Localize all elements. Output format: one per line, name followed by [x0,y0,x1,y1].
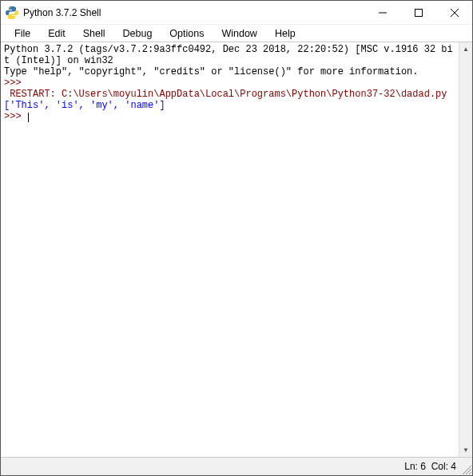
minimize-button[interactable] [364,1,400,24]
window-title: Python 3.7.2 Shell [23,7,364,18]
svg-line-6 [469,472,471,474]
maximize-button[interactable] [400,1,436,24]
shell-content[interactable]: Python 3.7.2 (tags/v3.7.2:9a3ffc0492, De… [1,42,459,457]
scroll-down-button[interactable]: ▼ [459,443,472,457]
menubar: File Edit Shell Debug Options Window Hel… [1,25,472,42]
prompt: >>> [4,111,27,122]
vertical-scrollbar[interactable]: ▲ ▼ [459,42,472,457]
menu-help[interactable]: Help [268,26,303,41]
content-wrap: Python 3.7.2 (tags/v3.7.2:9a3ffc0492, De… [1,42,472,458]
text-cursor [28,113,29,122]
banner-line: Type "help", "copyright", "credits" or "… [4,66,418,77]
close-button[interactable] [436,1,472,24]
menu-debug[interactable]: Debug [116,26,160,41]
python-icon [6,6,18,19]
output-line: ['This', 'is', 'my', 'name'] [4,100,165,111]
scroll-up-button[interactable]: ▲ [459,42,472,56]
titlebar: Python 3.7.2 Shell [1,1,472,25]
menu-file[interactable]: File [7,26,38,41]
shell-window: Python 3.7.2 Shell File Edit Shell Debug… [0,0,473,476]
resize-grip-icon[interactable] [460,463,471,474]
prompt: >>> [4,77,27,89]
banner-line: Python 3.7.2 (tags/v3.7.2:9a3ffc0492, De… [4,44,453,66]
menu-edit[interactable]: Edit [41,26,73,41]
col-indicator: Col: 4 [431,461,456,472]
menu-window[interactable]: Window [214,26,264,41]
menu-shell[interactable]: Shell [76,26,113,41]
menu-options[interactable]: Options [162,26,211,41]
statusbar: Ln: 6 Col: 4 [1,458,472,475]
svg-line-5 [466,469,471,474]
line-indicator: Ln: 6 [404,461,426,472]
svg-rect-1 [415,9,422,16]
restart-line: RESTART: C:\Users\moyulin\AppData\Local\… [4,89,453,100]
window-controls [364,1,472,24]
